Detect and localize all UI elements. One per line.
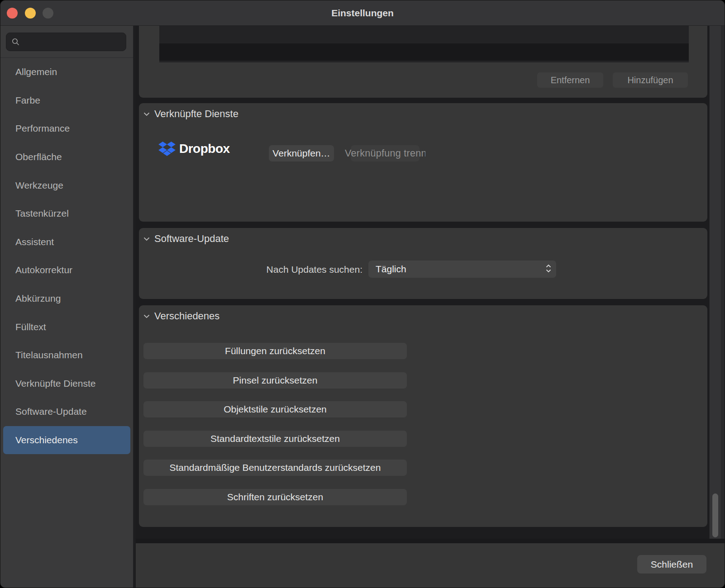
reset-brushes-button[interactable]: Pinsel zurücksetzen [143, 372, 407, 389]
search-input[interactable] [23, 34, 123, 50]
section-title: Software-Update [154, 233, 229, 245]
settings-window: Einstellungen Allgemein Farbe Performanc… [0, 0, 725, 588]
reset-fonts-button[interactable]: Schriften zurücksetzen [143, 489, 407, 505]
sidebar-item-titelausnahmen[interactable]: Titelausnahmen [3, 341, 130, 370]
section-title: Verknüpfte Dienste [154, 108, 238, 120]
sidebar-item-werkzeuge[interactable]: Werkzeuge [3, 171, 130, 199]
add-button[interactable]: Hinzufügen [613, 72, 688, 88]
reset-fills-button[interactable]: Füllungen zurücksetzen [143, 343, 407, 359]
close-dialog-button[interactable]: Schließen [637, 555, 706, 574]
sidebar-item-assistent[interactable]: Assistent [3, 228, 130, 256]
scrollbar-thumb[interactable] [712, 493, 718, 537]
remove-button[interactable]: Entfernen [537, 72, 603, 88]
dropbox-wordmark: Dropbox [179, 142, 230, 156]
list-box[interactable] [159, 26, 689, 62]
up-down-chevrons-icon [546, 264, 551, 273]
dropbox-logo: Dropbox [158, 140, 230, 158]
misc-header[interactable]: Verschiedenes [143, 310, 219, 322]
reset-text-styles-button[interactable]: Standardtextstile zurücksetzen [143, 431, 407, 447]
disconnect-service-button: Verknüpfung trennen [345, 145, 425, 161]
sidebar-nav: Allgemein Farbe Performance Oberfläche W… [0, 58, 133, 454]
reset-user-defaults-button[interactable]: Standardmäßige Benutzerstandards zurücks… [143, 460, 407, 476]
sidebar-item-verknuepfte-dienste[interactable]: Verknüpfte Dienste [3, 370, 130, 398]
selected-frequency-value: Täglich [376, 261, 406, 278]
window-title: Einstellungen [0, 0, 725, 26]
sidebar-item-software-update[interactable]: Software-Update [3, 398, 130, 426]
exception-list-section: Entfernen Hinzufügen [139, 26, 707, 98]
section-title: Verschiedenes [154, 310, 219, 322]
sidebar-item-tastenkuerzel[interactable]: Tastenkürzel [3, 199, 130, 228]
linked-services-header[interactable]: Verknüpfte Dienste [143, 108, 238, 120]
check-updates-label: Nach Updates suchen: [139, 263, 362, 276]
search-field[interactable] [6, 33, 126, 51]
footer-separator [136, 539, 725, 543]
dropbox-icon [158, 142, 176, 156]
reset-object-styles-button[interactable]: Objektstile zurücksetzen [143, 401, 407, 417]
search-icon [12, 38, 20, 46]
scrollbar-track[interactable] [709, 26, 721, 539]
disconnect-button-label: Verknüpfung trennen [345, 145, 425, 161]
chevron-down-icon [143, 112, 150, 116]
connect-service-button[interactable]: Verknüpfen… [269, 145, 334, 161]
sidebar-item-abkuerzung[interactable]: Abkürzung [3, 285, 130, 313]
sidebar: Allgemein Farbe Performance Oberfläche W… [0, 26, 134, 588]
footer: Schließen [136, 543, 725, 588]
update-frequency-select[interactable]: Täglich [368, 261, 556, 278]
sidebar-item-allgemein[interactable]: Allgemein [3, 58, 130, 86]
misc-section: Verschiedenes Füllungen zurücksetzen Pin… [139, 305, 707, 527]
sidebar-item-autokorrektur[interactable]: Autokorrektur [3, 256, 130, 285]
window-right-edge [721, 26, 725, 539]
sidebar-item-farbe[interactable]: Farbe [3, 86, 130, 115]
content-area: Entfernen Hinzufügen Verknüpfte Dienste [136, 26, 725, 539]
software-update-header[interactable]: Software-Update [143, 233, 229, 245]
linked-services-section: Verknüpfte Dienste Dropbox Verknüpfen… [139, 103, 707, 222]
sidebar-item-oberflaeche[interactable]: Oberfläche [3, 143, 130, 171]
chevron-down-icon [143, 314, 150, 318]
chevron-down-icon [143, 237, 150, 241]
sidebar-item-performance[interactable]: Performance [3, 114, 130, 143]
sidebar-item-fuelltext[interactable]: Fülltext [3, 313, 130, 341]
titlebar: Einstellungen [0, 0, 725, 26]
list-row[interactable] [159, 43, 689, 61]
software-update-section: Software-Update Nach Updates suchen: Täg… [139, 228, 707, 299]
sidebar-item-verschiedenes[interactable]: Verschiedenes [3, 426, 130, 455]
